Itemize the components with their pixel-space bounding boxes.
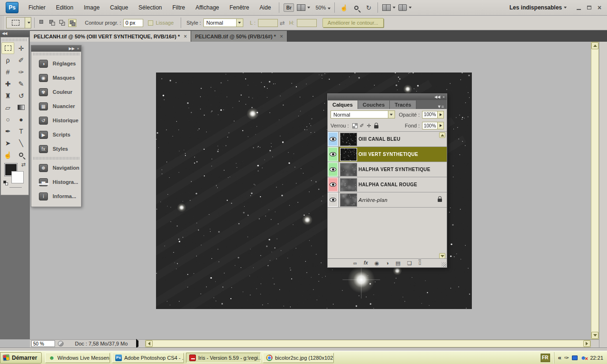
status-options-button[interactable] <box>136 341 138 346</box>
menu-fichier[interactable]: Fichier <box>23 0 51 15</box>
path-selection-tool[interactable]: ➤ <box>1 137 14 149</box>
eraser-tool[interactable]: ▱ <box>1 101 14 113</box>
layer-row[interactable]: HALPHA VERT SYNTHETIQUE <box>328 162 447 177</box>
panel-dock-item-styles[interactable]: fxStyles <box>31 142 81 156</box>
crop-tool[interactable]: # <box>1 66 14 78</box>
add-to-selection-mode[interactable] <box>48 19 56 27</box>
panel-dock-item-nuancier[interactable]: ▦Nuancier <box>31 99 81 113</box>
new-selection-mode[interactable] <box>38 19 46 27</box>
menu-fenetre[interactable]: Fenêtre <box>224 0 254 15</box>
layer-row[interactable]: Arrière-plan <box>328 192 447 208</box>
adjustment-layer-icon[interactable]: ◑ <box>386 259 389 267</box>
taskbar-button-windows[interactable]: ☻Windows Live Messenger <box>45 353 110 363</box>
healing-brush-tool[interactable]: ✚ <box>1 78 14 90</box>
burn-tool[interactable]: ● <box>15 113 28 125</box>
horizontal-scrollbar[interactable] <box>145 340 591 347</box>
rectangular-marquee-tool[interactable] <box>1 42 14 54</box>
type-tool[interactable]: T <box>15 125 28 137</box>
bridge-button[interactable]: Br <box>284 3 294 12</box>
menu-edition[interactable]: Edition <box>51 0 79 15</box>
panel-resize-grip[interactable] <box>441 262 446 267</box>
scroll-left-button[interactable] <box>146 340 153 347</box>
tab-traces[interactable]: Tracés <box>390 100 416 109</box>
opacity-value[interactable]: 100% <box>422 111 438 118</box>
delete-layer-icon[interactable]: ▯ <box>418 259 421 267</box>
fill-slider-button[interactable] <box>438 122 444 129</box>
line-tool[interactable]: ╲ <box>15 137 28 149</box>
layer-visibility-cell[interactable] <box>328 162 339 177</box>
panel-dock-item-histogramme[interactable]: ▂▅▃Histogra... <box>31 175 81 189</box>
photoshop-logo[interactable]: Ps <box>6 2 18 13</box>
rotate-view-button[interactable]: ↻ <box>364 3 373 12</box>
document-tab[interactable]: PELICANH.tif @ 50% (OIII VERT SYNTHETIQU… <box>30 31 191 42</box>
hand-tool-button[interactable]: ☝ <box>339 3 349 12</box>
zoom-tool[interactable] <box>15 149 28 161</box>
arrange-documents-button[interactable] <box>382 3 395 12</box>
menu-selection[interactable]: Sélection <box>133 0 167 15</box>
background-color-swatch[interactable] <box>11 171 24 183</box>
swap-dimensions-icon[interactable]: ⇄ <box>280 19 285 27</box>
blend-mode-select[interactable]: Normal <box>331 110 395 118</box>
layer-visibility-cell[interactable] <box>328 192 339 207</box>
pen-tablet-icon[interactable]: ✑ <box>564 355 569 361</box>
scroll-right-button[interactable] <box>583 340 590 347</box>
display-audio-icon[interactable] <box>572 355 578 360</box>
style-select[interactable]: Normal <box>203 18 243 27</box>
restore-button[interactable] <box>584 3 594 12</box>
tab-close-icon[interactable]: × <box>280 33 283 40</box>
feather-input[interactable] <box>123 19 143 27</box>
options-bar-grip[interactable] <box>0 16 3 30</box>
history-brush-tool[interactable]: ↺ <box>15 90 28 101</box>
zoom-level-control[interactable]: 50% <box>315 5 331 10</box>
gradient-tool[interactable] <box>15 101 28 113</box>
tools-grip[interactable] <box>2 38 28 41</box>
scroll-up-button[interactable] <box>439 132 445 138</box>
menu-calque[interactable]: Calque <box>105 0 133 15</box>
collapse-panel-button[interactable]: ◀◀ <box>434 95 440 99</box>
panel-dock-item-informations[interactable]: iInforma... <box>31 189 81 203</box>
scroll-down-button[interactable] <box>591 332 598 339</box>
refine-edge-button[interactable]: Améliorer le contour... <box>322 18 384 27</box>
start-button[interactable]: Démarrer <box>0 352 42 364</box>
document-tab[interactable]: PELICANB.tif @ 50% (RVB/16#) *× <box>191 31 287 42</box>
layer-row[interactable]: OIII CANAL BLEU <box>328 132 447 147</box>
layer-style-fx-icon[interactable]: fx <box>364 259 368 267</box>
tool-preset-picker[interactable] <box>6 17 31 28</box>
layer-visibility-cell[interactable] <box>328 177 339 192</box>
view-extras-button[interactable] <box>297 3 310 12</box>
language-indicator[interactable]: FR <box>541 354 550 362</box>
expand-dock-button[interactable]: ▶▶ <box>69 46 74 51</box>
messenger-offline-icon[interactable]: ☻✕ <box>580 355 587 361</box>
taskbar-button-bicolor2sc-jpg[interactable]: bicolor2sc.jpg (1280x102... <box>263 353 334 363</box>
new-group-icon[interactable]: ▤ <box>395 259 400 267</box>
tab-close-icon[interactable]: × <box>184 33 187 40</box>
new-layer-icon[interactable]: ❏ <box>407 259 412 267</box>
antialias-checkbox[interactable] <box>148 20 153 26</box>
layers-scrollbar[interactable] <box>439 132 446 259</box>
tray-collapse-button[interactable]: « <box>558 354 561 361</box>
layer-row[interactable]: HALPHA CANAL ROUGE <box>328 177 447 192</box>
panel-dock-item-navigation[interactable]: ☸Navigation <box>31 161 81 175</box>
panel-dock-item-scripts[interactable]: ▶Scripts <box>31 127 81 142</box>
minimize-button[interactable] <box>574 3 583 12</box>
panel-menu-icon[interactable]: ▼≡ <box>437 104 447 109</box>
zoom-tool-button[interactable] <box>351 3 361 12</box>
panel-dock-item-masques[interactable]: ◉Masques <box>31 71 81 85</box>
workspace-switcher[interactable]: Les indispensables <box>509 4 573 11</box>
vertical-scrollbar[interactable] <box>591 42 599 339</box>
height-input[interactable] <box>297 19 317 27</box>
scroll-up-button[interactable] <box>591 42 598 49</box>
quick-selection-tool[interactable]: ✐ <box>15 54 28 66</box>
blur-tool[interactable]: ○ <box>1 113 14 125</box>
panel-dock-item-historique[interactable]: ↺Historique <box>31 113 81 127</box>
close-panel-button[interactable]: × <box>442 95 445 99</box>
move-lock-icon[interactable]: ✛ <box>366 123 373 129</box>
swap-colors-icon[interactable]: ⇄ <box>21 162 26 168</box>
close-button[interactable]: × <box>595 3 604 12</box>
eyedropper-tool[interactable]: ✑ <box>15 66 28 78</box>
status-zoom-input[interactable] <box>31 340 55 347</box>
menu-affichage[interactable]: Affichage <box>190 0 224 15</box>
layer-visibility-cell[interactable] <box>328 132 339 146</box>
tab-calques[interactable]: Calques <box>328 100 358 109</box>
clone-stamp-tool[interactable]: ♜ <box>1 90 14 101</box>
